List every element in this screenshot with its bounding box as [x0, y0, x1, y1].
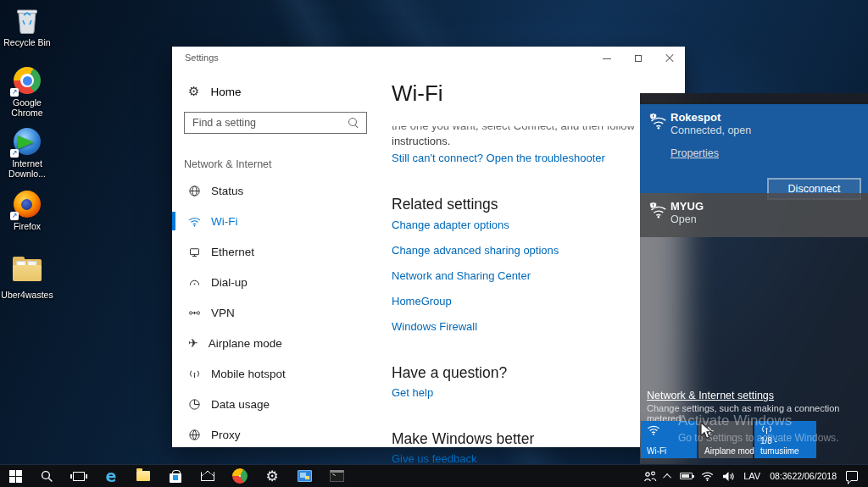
minimize-button[interactable] [591, 47, 622, 70]
sidebar-item-label: Mobile hotspot [211, 368, 286, 380]
network-status[interactable] [697, 465, 718, 487]
body-text: instructions. [392, 135, 450, 147]
battery-status[interactable] [676, 465, 697, 487]
desktop-icon-label: Google Chrome [0, 98, 54, 118]
uber4wastes-folder[interactable]: Uber4wastes [0, 256, 54, 301]
system-tray: LAV 08:36 22/06/2018 [639, 465, 868, 487]
taskbar-edge-button[interactable]: e [95, 465, 127, 487]
folder-icon [12, 259, 42, 288]
network-name: Rokespot [670, 111, 721, 124]
show-hidden-icons-button[interactable] [661, 465, 676, 487]
sidebar-item-status[interactable]: Status [172, 175, 391, 206]
idm-icon: ↗ [12, 128, 42, 157]
proxy-icon [188, 429, 201, 441]
taskbar-store-button[interactable] [159, 465, 192, 487]
mobile-hotspot-quick-toggle[interactable]: 1/8 - tumusiime [754, 421, 816, 458]
windows-firewall-link[interactable]: Windows Firewall [392, 320, 477, 333]
sidebar-item-airplane-mode[interactable]: ✈ Airplane mode [172, 328, 391, 358]
start-button[interactable] [0, 465, 31, 487]
wifi-flyout: Rokespot Connected, open Properties Disc… [640, 93, 868, 464]
taskbar-mail-button[interactable] [192, 465, 224, 487]
sidebar-item-mobile-hotspot[interactable]: Mobile hotspot [172, 358, 391, 389]
change-advanced-sharing-link[interactable]: Change advanced sharing options [392, 244, 559, 257]
clock-time: 08:36 [770, 471, 792, 481]
wifi-quick-toggle[interactable]: Wi-Fi [641, 421, 697, 458]
wifi-shield-icon [648, 113, 667, 130]
homegroup-link[interactable]: HomeGroup [392, 295, 452, 307]
quick-tile-label: Airplane mode [704, 446, 759, 456]
ethernet-icon [188, 246, 201, 258]
volume-status[interactable] [718, 465, 739, 487]
sidebar-item-label: Ethernet [211, 246, 254, 258]
related-settings-heading: Related settings [392, 196, 498, 213]
store-icon [170, 473, 181, 483]
recycle-bin-shortcut[interactable]: Recycle Bin [0, 7, 54, 48]
recycle-bin-icon [12, 7, 42, 36]
gear-icon: ⚙ [265, 468, 278, 484]
vpn-icon [188, 307, 201, 319]
volume-icon [722, 471, 735, 482]
language-indicator[interactable]: LAV [739, 465, 765, 487]
home-label: Home [210, 86, 241, 98]
sidebar-item-ethernet[interactable]: Ethernet [172, 236, 391, 267]
gear-icon: ⚙ [188, 84, 199, 99]
search-box [184, 112, 367, 134]
window-titlebar[interactable]: Settings [172, 47, 685, 70]
sidebar-item-proxy[interactable]: Proxy [172, 419, 391, 450]
taskbar-settings-button[interactable]: ⚙ [256, 465, 288, 487]
sidebar-item-home[interactable]: ⚙ Home [188, 84, 241, 99]
sidebar-item-vpn[interactable]: VPN [172, 297, 391, 328]
get-help-link[interactable]: Get help [392, 386, 433, 399]
search-input[interactable] [185, 117, 347, 129]
search-icon[interactable] [347, 116, 360, 130]
settings-window: Settings ⚙ Home Network & Internet Statu… [172, 47, 685, 447]
network-internet-settings-link[interactable]: Network & Internet settings [647, 390, 774, 401]
taskbar-terminal-button[interactable] [320, 465, 353, 487]
airplane-icon: ✈ [188, 336, 198, 350]
taskbar-search-button[interactable] [31, 465, 63, 487]
windows-logo-icon [9, 470, 22, 483]
firefox-icon: ↗ [12, 191, 42, 219]
terminal-icon [330, 470, 344, 482]
action-center-button[interactable] [842, 465, 868, 487]
data-usage-icon [188, 398, 201, 411]
settings-sidebar: ⚙ Home Network & Internet Status Wi-Fi [172, 70, 391, 447]
network-item-myug[interactable]: MYUG Open [640, 193, 868, 237]
firefox-shortcut[interactable]: ↗ Firefox [0, 190, 54, 232]
give-us-feedback-link[interactable]: Give us feedback [392, 452, 476, 465]
maximize-button[interactable] [622, 47, 654, 70]
clock-date: 22/06/2018 [792, 471, 837, 481]
people-button[interactable] [639, 465, 661, 487]
dialup-icon [188, 276, 201, 289]
network-sharing-center-link[interactable]: Network and Sharing Center [392, 269, 531, 282]
sidebar-item-data-usage[interactable]: Data usage [172, 389, 391, 419]
task-view-button[interactable] [63, 465, 95, 487]
clock[interactable]: 08:36 22/06/2018 [765, 465, 842, 487]
task-view-icon [73, 472, 85, 481]
quick-tile-label: Wi-Fi [647, 446, 666, 456]
taskbar-system-button[interactable] [288, 465, 320, 487]
sidebar-item-label: Proxy [211, 429, 241, 441]
network-item-rokespot[interactable]: Rokespot Connected, open Properties Disc… [640, 104, 868, 193]
system-window-icon [298, 470, 312, 482]
shortcut-arrow-icon: ↗ [10, 149, 19, 158]
language-label: LAV [743, 471, 760, 481]
network-status: Open [670, 213, 697, 225]
properties-link[interactable]: Properties [670, 147, 719, 159]
idm-shortcut[interactable]: ↗ Internet Downlo... [0, 127, 54, 179]
sidebar-item-label: Data usage [211, 398, 270, 411]
sidebar-item-wifi[interactable]: Wi-Fi [172, 206, 391, 236]
change-adapter-options-link[interactable]: Change adapter options [392, 219, 509, 231]
desktop-icon-label: Firefox [0, 222, 54, 232]
taskbar-file-explorer-button[interactable] [127, 465, 159, 487]
desktop-icon-label: Internet Downlo... [0, 159, 54, 179]
troubleshooter-link[interactable]: Still can't connect? Open the troublesho… [392, 152, 605, 164]
sidebar-item-dialup[interactable]: Dial-up [172, 267, 391, 297]
taskbar: e ⚙ [0, 464, 868, 487]
google-chrome-shortcut[interactable]: ↗ Google Chrome [0, 66, 54, 118]
taskbar-chrome-button[interactable] [224, 465, 256, 487]
sidebar-item-label: Status [211, 185, 243, 197]
close-button[interactable] [654, 47, 685, 70]
hotspot-icon [760, 424, 773, 435]
clipped-scroll-text: the one you want, select Connect, and th… [392, 126, 637, 134]
